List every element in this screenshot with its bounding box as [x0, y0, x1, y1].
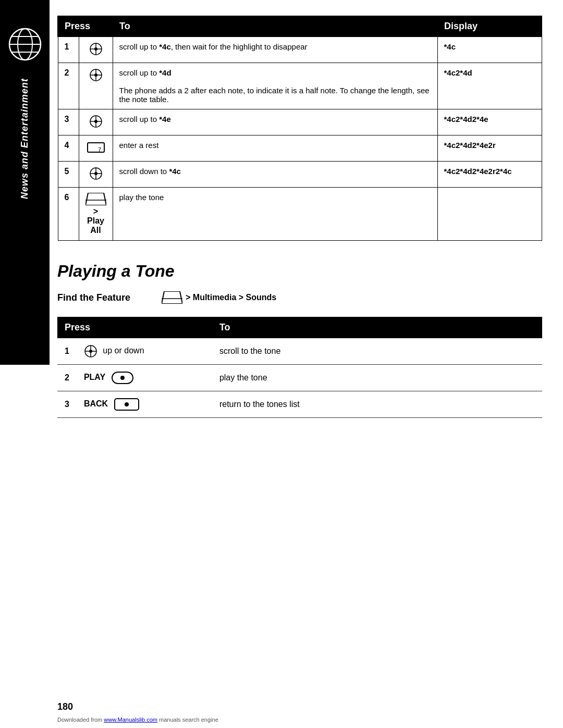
svg-point-8	[94, 47, 97, 51]
row2-icon	[79, 63, 113, 109]
row4-display: *4c2*4d2*4e2r	[437, 135, 542, 162]
row5-to: scroll down to *4c	[113, 162, 437, 188]
sidebar: News and Entertainment	[0, 0, 50, 365]
sidebar-label: News and Entertainment	[19, 78, 30, 199]
svg-point-12	[94, 73, 97, 77]
table2-header-press: Press	[57, 317, 212, 338]
footer-text: Downloaded from	[57, 717, 104, 723]
nav-cross-icon-3	[89, 115, 103, 128]
t2-row1-to: scroll to the tone	[212, 338, 542, 365]
t2-row1-direction: up or down	[103, 346, 144, 355]
t2-row3-num: 3	[57, 391, 77, 418]
row5-icon	[79, 162, 113, 188]
feature-path-text: > Multimedia > Sounds	[186, 293, 276, 302]
t2-row2-num: 2	[57, 365, 77, 391]
back-key-icon	[114, 398, 140, 411]
table-row: 1 scroll up to *4c, then wait for the hi…	[58, 36, 542, 63]
row6-to: play the tone	[113, 188, 437, 241]
t2-row3-to: return to the tones list	[212, 391, 542, 418]
row3-num: 3	[58, 109, 79, 135]
row1-num: 1	[58, 36, 79, 63]
page-number: 180	[57, 701, 73, 712]
section-title: Playing a Tone	[57, 262, 542, 281]
table-row: 4 7 enter a rest *4c2*4d2*4e2r	[58, 135, 542, 162]
nav-cross-icon-2	[89, 68, 103, 82]
t2-row1-num: 1	[57, 338, 77, 365]
row5-display: *4c2*4d2*4e2r2*4c	[437, 162, 542, 188]
svg-marker-23	[85, 193, 106, 205]
footer: Downloaded from www.Manualslib.com manua…	[57, 717, 218, 723]
globe-icon	[7, 26, 43, 63]
table-2: Press To 1 up or down scroll to the tone	[57, 317, 542, 418]
main-content: Press To Display 1 scroll up to *4	[57, 0, 542, 418]
table2-row: 1 up or down scroll to the tone	[57, 338, 542, 365]
table1-header-display: Display	[437, 16, 542, 36]
find-feature-row: Find the Feature > Multimedia > Sounds	[57, 291, 542, 304]
row6-icon: > Play All	[79, 188, 113, 241]
find-feature-label: Find the Feature	[57, 292, 130, 303]
table-row: 3 scroll up to *4e *4c2*4d2*4e	[58, 109, 542, 135]
svg-point-22	[94, 172, 97, 175]
nav-cross-icon	[89, 42, 103, 56]
svg-rect-17	[88, 143, 104, 152]
play-label: PLAY	[84, 373, 105, 381]
menu-key-icon-2	[162, 291, 182, 304]
row2-to: scroll up to *4d The phone adds a 2 afte…	[113, 63, 437, 109]
t2-row2-press: PLAY	[77, 365, 212, 391]
table1-header-press: Press	[58, 16, 113, 36]
svg-point-32	[120, 376, 125, 380]
t2-row1-press: up or down	[77, 338, 212, 365]
row4-num: 4	[58, 135, 79, 162]
table-1: Press To Display 1 scroll up to *4	[57, 16, 542, 241]
play-all-label: > Play All	[87, 207, 104, 235]
row4-to: enter a rest	[113, 135, 437, 162]
footer-link[interactable]: www.Manualslib.com	[104, 717, 157, 723]
row4-icon: 7	[79, 135, 113, 162]
svg-point-30	[89, 350, 92, 353]
table2-header-to: To	[212, 317, 542, 338]
row3-display: *4c2*4d2*4e	[437, 109, 542, 135]
row5-num: 5	[58, 162, 79, 188]
row2-num: 2	[58, 63, 79, 109]
svg-point-34	[125, 402, 129, 406]
back-label: BACK	[84, 399, 108, 408]
t2-row2-to: play the tone	[212, 365, 542, 391]
footer-suffix: manuals search engine	[157, 717, 218, 723]
table-row: 5 scroll down to *4c *4c2*4d2*4e2r2*4c	[58, 162, 542, 188]
table2-row: 3 BACK return to the tones list	[57, 391, 542, 418]
t2-row3-press: BACK	[77, 391, 212, 418]
feature-path: > Multimedia > Sounds	[162, 291, 276, 304]
row6-display	[437, 188, 542, 241]
rest-key-icon: 7	[87, 141, 105, 154]
nav-cross-icon-t2-1	[84, 344, 97, 358]
row3-icon	[79, 109, 113, 135]
play-key-icon	[111, 371, 134, 385]
table-row: 6 > Play All play the tone	[58, 188, 542, 241]
svg-text:7: 7	[98, 146, 101, 153]
svg-point-16	[94, 120, 97, 123]
svg-marker-25	[162, 291, 182, 304]
table-row: 2 scroll up to *4d The phone adds a 2 af…	[58, 63, 542, 109]
row1-display: *4c	[437, 36, 542, 63]
row3-to: scroll up to *4e	[113, 109, 437, 135]
table2-row: 2 PLAY play the tone	[57, 365, 542, 391]
menu-key-icon	[85, 193, 106, 205]
nav-cross-icon-5	[89, 167, 103, 180]
table1-header-to: To	[113, 16, 437, 36]
row2-display: *4c2*4d	[437, 63, 542, 109]
row1-to: scroll up to *4c, then wait for the high…	[113, 36, 437, 63]
row1-icon	[79, 36, 113, 63]
row6-num: 6	[58, 188, 79, 241]
